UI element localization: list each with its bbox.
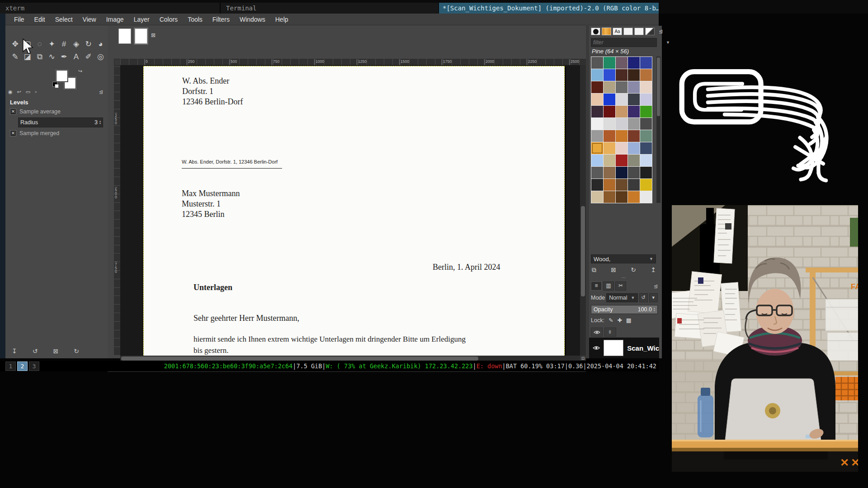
color-picker-tool-icon[interactable]: ✐	[82, 51, 94, 63]
pattern-swatch[interactable]	[616, 191, 627, 203]
pattern-swatch[interactable]	[616, 106, 627, 117]
pattern-swatch[interactable]	[640, 167, 652, 178]
dock-menu-icon[interactable]: ⊴	[654, 283, 658, 289]
pattern-swatch[interactable]	[604, 142, 615, 154]
pattern-swatch[interactable]	[616, 130, 627, 142]
sample-merged-row[interactable]: ✕ Sample merged	[10, 130, 103, 136]
pattern-swatch[interactable]	[591, 167, 603, 178]
pattern-swatch[interactable]	[616, 94, 627, 105]
pattern-swatch[interactable]	[604, 191, 615, 203]
pattern-swatch[interactable]	[640, 142, 652, 154]
pattern-swatch[interactable]	[591, 106, 603, 117]
menu-windows[interactable]: Windows	[235, 16, 270, 23]
pattern-swatch[interactable]	[628, 118, 640, 130]
dock-resize-handle[interactable]: ⋯	[589, 275, 659, 280]
tab-layers-icon[interactable]: ≡	[591, 282, 602, 291]
reset-tool-options-icon[interactable]: ↻	[74, 347, 79, 355]
pattern-swatch[interactable]	[616, 69, 627, 81]
image-tab-thumbnail-active[interactable]	[135, 28, 147, 44]
pattern-swatch[interactable]	[604, 167, 615, 178]
pattern-swatch[interactable]	[640, 69, 652, 81]
pattern-swatch[interactable]	[628, 69, 640, 81]
layer-name[interactable]: Scan_Wic	[627, 344, 659, 352]
checkbox-checked-icon[interactable]: ✕	[10, 130, 16, 136]
spinner-arrows-icon[interactable]: ▴▾	[99, 120, 101, 125]
default-colors-icon[interactable]	[52, 82, 57, 87]
lock-pixels-icon[interactable]: ✎	[609, 317, 613, 324]
restore-tool-preset-icon[interactable]: ↺	[33, 347, 38, 355]
gradients-tab-icon[interactable]	[645, 28, 655, 35]
fonts-tab-icon[interactable]: Aa	[613, 28, 622, 35]
pattern-swatch[interactable]	[628, 142, 640, 154]
open-pattern-as-image-icon[interactable]: ↥	[651, 266, 656, 274]
crop-tool-icon[interactable]: #	[58, 38, 70, 50]
pattern-swatch[interactable]	[604, 57, 615, 69]
bucket-fill-tool-icon[interactable]: ◕	[94, 38, 107, 50]
pattern-swatch[interactable]	[640, 130, 652, 142]
text-tool-icon[interactable]: A	[70, 51, 82, 63]
pattern-swatch[interactable]	[640, 106, 652, 117]
menu-select[interactable]: Select	[50, 16, 78, 23]
refresh-patterns-icon[interactable]: ↻	[631, 266, 636, 274]
workspace-2[interactable]: 2	[17, 361, 28, 371]
pattern-swatch[interactable]	[640, 155, 652, 166]
spinner-arrows-icon[interactable]: ▴▾	[654, 307, 655, 312]
lock-position-icon[interactable]: ✚	[617, 317, 622, 324]
wm-tab-gimp-active[interactable]: *[Scan_Wichtiges_Dokument] (imported)-2.…	[439, 3, 659, 14]
pattern-swatch[interactable]	[640, 81, 652, 93]
layer-row-selected[interactable]: Scan_Wic	[589, 338, 659, 358]
pattern-swatch[interactable]	[616, 142, 627, 154]
buffers-tab-icon[interactable]	[634, 28, 644, 35]
pattern-swatch[interactable]	[616, 167, 627, 178]
pattern-swatch[interactable]	[604, 106, 615, 117]
layer-visibility-eye-icon[interactable]	[593, 345, 600, 351]
scrollbar-thumb[interactable]	[121, 357, 478, 361]
mode-dropdown[interactable]: Normal ▼	[606, 293, 637, 302]
pattern-swatch[interactable]	[591, 118, 603, 130]
vertical-scrollbar[interactable]	[580, 65, 586, 356]
paintbrush-tool-icon[interactable]: ✎	[9, 51, 21, 63]
pattern-swatch[interactable]	[591, 81, 603, 93]
images-icon[interactable]: ▫	[35, 89, 37, 94]
tab-paths-icon[interactable]: ✂	[615, 282, 626, 291]
sample-average-row[interactable]: ✕ Sample average	[10, 108, 103, 115]
pattern-swatch[interactable]	[640, 57, 652, 69]
pattern-filter-input[interactable]	[591, 39, 666, 46]
pattern-swatch[interactable]	[604, 69, 615, 81]
pattern-swatch[interactable]	[628, 130, 640, 142]
opacity-slider[interactable]: Opacity 100.0 ▴▾	[591, 305, 658, 314]
pattern-swatch[interactable]	[604, 81, 615, 93]
rectangle-select-tool-icon[interactable]: ▢	[21, 38, 33, 50]
pattern-swatch[interactable]	[616, 155, 627, 166]
pattern-swatch[interactable]	[591, 155, 603, 166]
pattern-swatch[interactable]	[616, 179, 627, 191]
canvas-viewport[interactable]: W. Abs. Ender Dorfstr. 1 12346 Berlin-Do…	[120, 65, 586, 356]
chain-header-icon[interactable]: ∞	[604, 328, 616, 337]
brush-select-dropdown[interactable]: Wood, ▼	[591, 254, 656, 263]
rotate-tool-icon[interactable]: ↻	[82, 38, 94, 50]
visibility-header-icon[interactable]	[591, 328, 603, 337]
dock-menu-icon[interactable]: ⊴	[659, 28, 663, 34]
scrollbar-thumb[interactable]	[657, 57, 660, 116]
pattern-swatch[interactable]	[628, 167, 640, 178]
pattern-swatch[interactable]	[640, 118, 652, 130]
wm-tab-terminal[interactable]: Terminal	[221, 3, 439, 14]
lock-alpha-icon[interactable]: ▩	[626, 317, 632, 324]
menu-help[interactable]: Help	[270, 16, 293, 23]
wm-tab-xterm[interactable]: xterm	[0, 3, 220, 14]
workspace-1[interactable]: 1	[5, 361, 16, 371]
pattern-swatch[interactable]	[640, 94, 652, 105]
unified-transform-tool-icon[interactable]: ◈	[70, 38, 82, 50]
pattern-swatch[interactable]	[628, 191, 640, 203]
zoom-tool-icon[interactable]: ◎	[94, 51, 107, 63]
smudge-tool-icon[interactable]: ∿	[46, 51, 58, 63]
pattern-swatch[interactable]	[604, 130, 615, 142]
eraser-tool-icon[interactable]: ◪	[21, 51, 33, 63]
pattern-swatch[interactable]	[604, 179, 615, 191]
menu-layer[interactable]: Layer	[129, 16, 155, 23]
clone-tool-icon[interactable]: ⧉	[33, 51, 46, 63]
tool-options-icon[interactable]: ◉	[8, 89, 13, 95]
pattern-swatch[interactable]	[591, 57, 603, 69]
checkbox-checked-icon[interactable]: ✕	[10, 108, 16, 115]
pattern-swatch[interactable]	[616, 81, 627, 93]
